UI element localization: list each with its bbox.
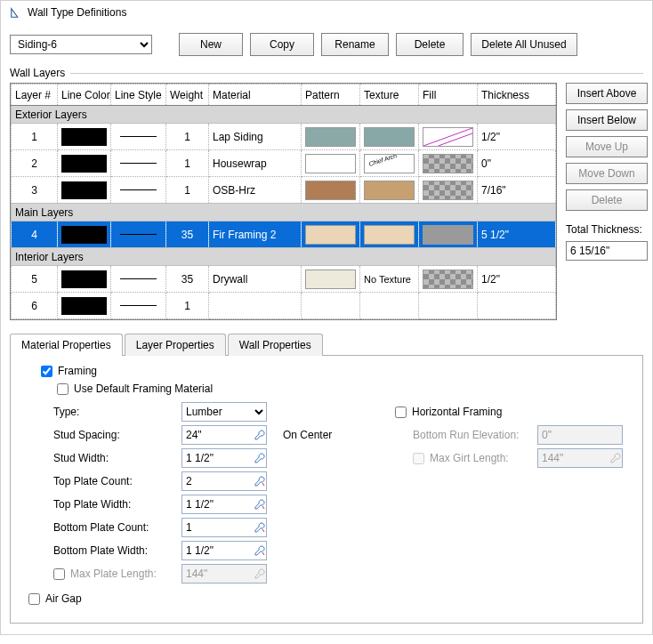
window-title: Wall Type Definitions [28,6,126,19]
new-button[interactable]: New [179,33,243,56]
wall-layers-group: Wall Layers [10,67,643,79]
max-girt-checkbox [413,453,424,464]
layers-side-panel: Insert Above Insert Below Move Up Move D… [566,83,648,320]
max-girt-input [537,448,623,468]
wrench-icon [609,452,622,464]
app-icon [10,6,22,19]
tabs: Material Properties Layer Properties Wal… [10,333,643,355]
table-row[interactable]: 6 1 [12,293,556,319]
use-default-row: Use Default Framing Material [21,382,632,395]
framing-checkbox-row: Framing [21,365,632,377]
wrench-icon[interactable] [254,544,266,557]
table-row[interactable]: 4 35 Fir Framing 2 5 1/2" [12,221,556,248]
max-plate-input [181,564,267,584]
table-row[interactable]: 2 1 Housewrap Chief Arch 0" [12,150,556,177]
bottom-plate-width-input[interactable] [181,541,267,560]
move-up-button[interactable]: Move Up [566,136,648,157]
group-exterior: Exterior Layers [12,106,556,124]
svg-line-1 [439,133,473,146]
group-main: Main Layers [12,204,556,221]
insert-below-button[interactable]: Insert Below [566,109,648,131]
dialog-wall-type-definitions: Wall Type Definitions Siding-6 New Copy … [0,0,653,635]
type-select[interactable]: Lumber [181,402,267,422]
bottom-plate-count-input[interactable] [181,518,267,537]
top-plate-count-input[interactable] [181,471,267,491]
bottom-run-input [537,425,623,445]
table-row[interactable]: 5 35 Drywall No Texture 1/2" [12,266,556,293]
delete-unused-button[interactable]: Delete All Unused [471,33,577,56]
tab-material-properties[interactable]: Material Properties [10,334,123,356]
titlebar: Wall Type Definitions [1,1,652,24]
table-header: Layer # Line Color Line Style Weight Mat… [12,85,556,106]
wrench-icon[interactable] [254,498,266,511]
wall-type-select[interactable]: Siding-6 [10,35,152,54]
total-thickness-input[interactable] [566,241,648,261]
wrench-icon[interactable] [254,475,266,487]
top-plate-width-input[interactable] [181,495,267,514]
horizontal-framing-checkbox[interactable] [395,407,407,418]
wrench-icon[interactable] [254,429,266,441]
tab-wall-properties[interactable]: Wall Properties [228,334,323,356]
svg-line-0 [423,128,472,146]
stud-spacing-input[interactable] [181,425,267,445]
move-down-button[interactable]: Move Down [566,163,648,184]
use-default-framing-checkbox[interactable] [57,383,69,395]
table-row[interactable]: 3 1 OSB-Hrz 7/16" [12,177,556,204]
air-gap-checkbox[interactable] [28,593,40,605]
delete-layer-button[interactable]: Delete [566,189,648,211]
rename-button[interactable]: Rename [321,33,389,56]
table-row[interactable]: 1 1 Lap Siding 1/2" [12,124,556,150]
tab-body: Framing Use Default Framing Material Typ… [10,355,643,624]
wrench-icon [254,568,266,580]
copy-button[interactable]: Copy [250,33,314,56]
layers-table: Layer # Line Color Line Style Weight Mat… [10,83,557,320]
stud-width-input[interactable] [181,448,267,468]
wall-layers-label: Wall Layers [10,67,65,79]
wrench-icon[interactable] [254,521,266,534]
wrench-icon[interactable] [254,452,266,464]
framing-checkbox[interactable] [41,366,52,377]
max-plate-checkbox[interactable] [53,568,65,580]
insert-above-button[interactable]: Insert Above [566,83,648,104]
air-gap-row: Air Gap [21,592,632,605]
total-thickness-label: Total Thickness: [566,223,648,236]
delete-button[interactable]: Delete [396,33,464,56]
tab-layer-properties[interactable]: Layer Properties [125,334,226,356]
group-interior: Interior Layers [12,248,556,266]
